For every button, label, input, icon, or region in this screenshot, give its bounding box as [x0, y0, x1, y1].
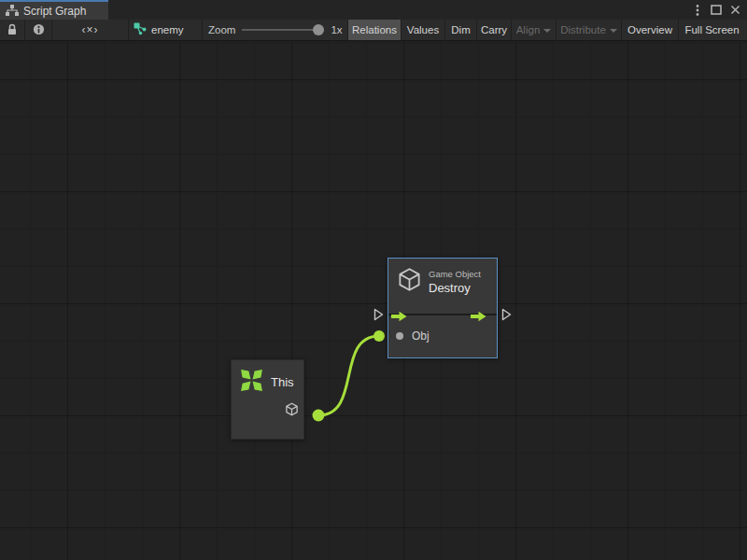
distribute-label: Distribute: [560, 24, 606, 35]
script-graph-window: Script Graph: [0, 0, 747, 560]
tab-title: Script Graph: [23, 5, 86, 18]
graph-canvas[interactable]: This Game Object Dest: [0, 41, 747, 560]
lock-icon: [7, 23, 18, 37]
title-bar: Script Graph: [0, 0, 747, 20]
info-button[interactable]: [25, 20, 52, 40]
script-graph-icon: [6, 3, 19, 20]
flow-output-port-triangle[interactable]: [501, 308, 512, 325]
graph-name: enemy: [151, 24, 184, 35]
node-destroy-header: Game Object Destroy: [388, 259, 497, 296]
tab-script-graph[interactable]: Script Graph: [0, 0, 108, 20]
this-icon: [240, 369, 263, 396]
zoom-slider-handle[interactable]: [313, 24, 324, 35]
obj-port-dot[interactable]: [396, 332, 403, 340]
relations-button[interactable]: Relations: [348, 20, 402, 40]
chevron-down-icon: [543, 29, 551, 33]
node-destroy[interactable]: Game Object Destroy: [388, 258, 498, 358]
overview-button[interactable]: Overview: [622, 20, 679, 40]
flow-input-port-triangle[interactable]: [374, 308, 384, 325]
graph-breadcrumb[interactable]: enemy: [129, 20, 203, 40]
values-button[interactable]: Values: [402, 20, 445, 40]
node-this[interactable]: This: [231, 359, 304, 440]
zoom-control: Zoom 1x: [203, 20, 348, 40]
connection-wire: [0, 41, 747, 560]
cube-icon: [397, 267, 422, 296]
flow-output-arrow-icon[interactable]: [471, 309, 486, 326]
flow-input-arrow-icon[interactable]: [391, 309, 407, 326]
node-this-header: This: [232, 360, 303, 396]
graph-icon: [134, 22, 147, 37]
node-destroy-title: Destroy: [429, 281, 481, 295]
lock-button[interactable]: [0, 20, 25, 40]
distribute-dropdown[interactable]: Distribute: [557, 20, 622, 40]
menu-icon[interactable]: [690, 3, 705, 18]
obj-input-row: Obj: [396, 329, 430, 343]
close-icon[interactable]: [727, 3, 742, 18]
window-controls: [690, 0, 747, 20]
code-view-button[interactable]: ‹×›: [52, 20, 129, 40]
graph-toolbar: ‹×› enemy Zoom 1x Relations Values Dim C…: [0, 20, 747, 41]
node-destroy-category: Game Object: [429, 269, 481, 279]
cube-output-port[interactable]: [285, 402, 299, 420]
align-label: Align: [516, 24, 541, 35]
dim-button[interactable]: Dim: [445, 20, 477, 40]
chevron-down-icon: [610, 29, 617, 33]
info-icon: [33, 23, 45, 37]
align-dropdown[interactable]: Align: [512, 20, 557, 40]
code-icon: ‹×›: [82, 23, 99, 36]
obj-input-label: Obj: [412, 329, 430, 343]
zoom-label: Zoom: [208, 24, 235, 35]
fullscreen-button[interactable]: Full Screen: [679, 20, 745, 40]
zoom-value: 1x: [331, 24, 342, 35]
node-this-title: This: [271, 375, 294, 389]
carry-button[interactable]: Carry: [477, 20, 512, 40]
zoom-slider[interactable]: [242, 29, 322, 31]
maximize-icon[interactable]: [709, 3, 724, 18]
